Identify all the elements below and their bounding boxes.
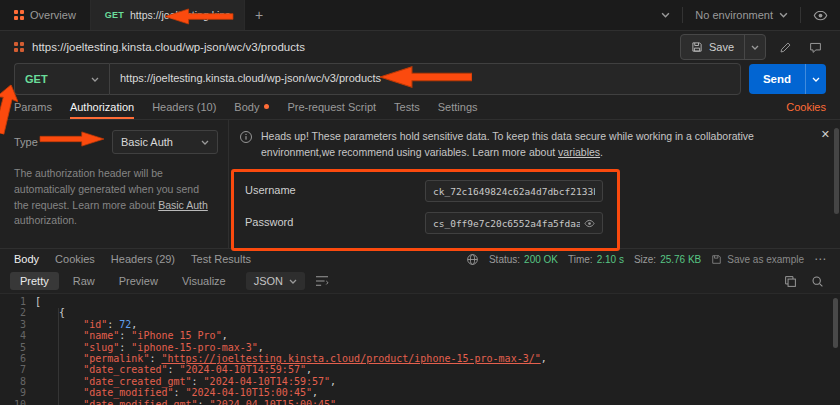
request-tab-method: GET <box>105 10 124 20</box>
line-number: 3 <box>0 319 35 330</box>
line-number: 4 <box>0 330 35 341</box>
tab-body[interactable]: Body <box>234 95 269 119</box>
save-button-main[interactable]: Save <box>681 35 744 59</box>
save-as-example-button[interactable]: Save as example <box>711 254 804 265</box>
postman-app: Overview GET https://joeltesting.kinst..… <box>0 0 840 405</box>
method-dropdown[interactable]: GET <box>14 63 109 95</box>
tab-headers[interactable]: Headers (10) <box>152 95 216 119</box>
tab-overview[interactable]: Overview <box>0 0 91 30</box>
globe-icon[interactable] <box>466 253 479 266</box>
environment-quick-look-eye-icon[interactable] <box>813 8 828 23</box>
banner-close-icon[interactable]: ✕ <box>821 128 830 141</box>
response-scrollbar-thumb[interactable] <box>833 298 838 348</box>
response-toolbar-right <box>784 275 830 288</box>
response-tabs: Body Cookies Headers (29) Test Results S… <box>0 249 840 269</box>
cookies-link[interactable]: Cookies <box>786 95 826 119</box>
format-dropdown[interactable]: JSON <box>246 272 305 290</box>
info-icon <box>239 130 253 144</box>
divider <box>682 7 683 23</box>
tab-prerequest-script[interactable]: Pre-request Script <box>287 95 376 119</box>
view-visualize[interactable]: Visualize <box>172 272 236 290</box>
send-dropdown-toggle[interactable] <box>805 64 826 94</box>
send-button-label[interactable]: Send <box>749 64 805 94</box>
variables-link[interactable]: variables <box>558 146 600 158</box>
response-body-editor[interactable]: 1[2 {3 "id": 72,4 "name": "iPhone 15 Pro… <box>0 294 840 405</box>
chevron-down-icon <box>812 77 820 82</box>
overview-grid-icon <box>14 10 24 20</box>
method-label: GET <box>25 73 48 85</box>
response-tab-cookies[interactable]: Cookies <box>55 253 95 265</box>
save-button-label: Save <box>709 41 734 53</box>
response-meta: Status:200 OK Time:2.10 s Size:25.76 KB … <box>466 252 826 266</box>
password-value: cs_0ff9e7c20c6552a4fa5fdaa733061db... <box>433 218 580 229</box>
main-scrollbar-thumb[interactable] <box>834 128 839 214</box>
username-input[interactable]: ck_72c1649824c62a4d7dbcf2133ba446aa... <box>425 180 603 202</box>
auth-help-suffix: authorization. <box>14 214 77 226</box>
request-header: https://joeltesting.kinsta.cloud/wp-json… <box>0 31 840 63</box>
topbar-right: No environment <box>649 0 840 30</box>
view-raw[interactable]: Raw <box>63 272 105 290</box>
workspace-tab-bar: Overview GET https://joeltesting.kinst..… <box>0 0 840 31</box>
size-badge: Size:25.76 KB <box>634 254 701 265</box>
auth-type-column: Type Basic Auth The authorization header… <box>0 120 229 248</box>
tab-settings[interactable]: Settings <box>438 95 478 119</box>
chevron-down-icon <box>751 45 759 50</box>
overview-tab-label: Overview <box>30 9 76 21</box>
url-input[interactable]: https://joeltesting.kinsta.cloud/wp-json… <box>109 63 741 95</box>
view-preview[interactable]: Preview <box>109 272 168 290</box>
comments-button[interactable] <box>804 36 826 58</box>
new-tab-button[interactable]: + <box>245 0 273 30</box>
chevron-down-icon <box>289 279 297 284</box>
tab-tests[interactable]: Tests <box>394 95 420 119</box>
response-panel: Body Cookies Headers (29) Test Results S… <box>0 249 840 405</box>
send-button[interactable]: Send <box>749 64 826 94</box>
wrap-text-icon[interactable] <box>315 275 329 287</box>
view-pretty[interactable]: Pretty <box>10 272 59 290</box>
chevron-down-icon <box>201 140 209 145</box>
code-line: 7 "date_created": "2024-04-10T14:59:57", <box>0 364 840 375</box>
request-title: https://joeltesting.kinsta.cloud/wp-json… <box>32 41 672 53</box>
search-icon[interactable] <box>811 275 824 288</box>
banner-suffix: . <box>600 146 603 158</box>
chevron-down-icon <box>779 12 788 18</box>
indent-guide <box>58 308 59 405</box>
comment-icon <box>809 41 822 54</box>
save-floppy-icon <box>691 41 703 53</box>
code-line: 3 "id": 72, <box>0 319 840 330</box>
basic-auth-link[interactable]: Basic Auth <box>158 199 208 211</box>
username-label: Username <box>245 184 296 196</box>
line-number: 7 <box>0 364 35 375</box>
tab-body-label: Body <box>234 101 259 113</box>
response-more-icon[interactable]: ⋯ <box>814 252 826 266</box>
status-value: 200 OK <box>524 254 558 265</box>
copy-icon[interactable] <box>784 275 797 288</box>
tab-overflow-chevron-icon[interactable] <box>661 12 670 18</box>
show-password-eye-icon[interactable] <box>584 218 595 229</box>
save-dropdown-toggle[interactable] <box>744 35 765 59</box>
response-tab-headers[interactable]: Headers (29) <box>111 253 175 265</box>
password-label: Password <box>245 216 293 228</box>
sensitive-data-banner: Heads up! These parameters hold sensitiv… <box>239 128 808 161</box>
line-number: 2 <box>0 307 35 318</box>
response-tab-test-results[interactable]: Test Results <box>191 253 251 265</box>
line-number: 1 <box>0 296 35 307</box>
code-line: 6 "permalink": "https://joeltesting.kins… <box>0 353 840 364</box>
tab-authorization[interactable]: Authorization <box>70 95 134 119</box>
tab-params[interactable]: Params <box>14 95 52 119</box>
username-value: ck_72c1649824c62a4d7dbcf2133ba446aa... <box>433 186 595 197</box>
code-line: 9 "date_modified": "2024-04-10T15:00:45"… <box>0 387 840 398</box>
code-line: 4 "name": "iPhone 15 Pro", <box>0 330 840 341</box>
code-line: 5 "slug": "iphone-15-pro-max-3", <box>0 342 840 353</box>
environment-selector[interactable]: No environment <box>695 9 788 21</box>
auth-type-dropdown[interactable]: Basic Auth <box>112 130 218 154</box>
edit-request-button[interactable] <box>774 36 796 58</box>
code-line: 2 { <box>0 307 840 318</box>
response-tab-body[interactable]: Body <box>14 253 39 265</box>
password-input[interactable]: cs_0ff9e7c20c6552a4fa5fdaa733061db... <box>425 212 603 234</box>
time-badge: Time:2.10 s <box>568 254 624 265</box>
tab-request[interactable]: GET https://joeltesting.kinst... <box>91 0 245 30</box>
size-label: Size: <box>634 254 656 265</box>
line-number: 5 <box>0 342 35 353</box>
save-button[interactable]: Save <box>680 34 766 60</box>
time-value: 2.10 s <box>597 254 624 265</box>
